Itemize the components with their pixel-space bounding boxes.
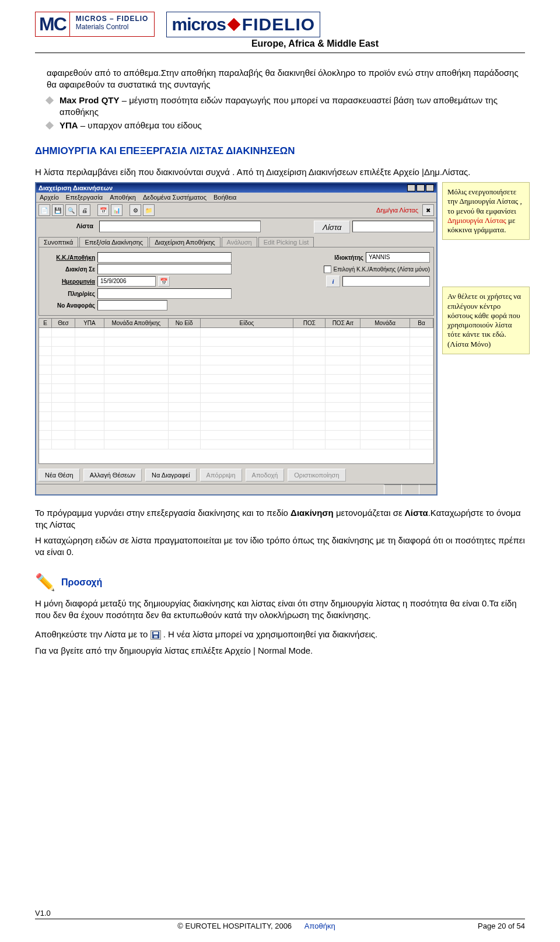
header-divider — [35, 53, 525, 53]
bullet-diamond-icon — [46, 121, 54, 130]
attention-p1: Η μόνη διαφορά μεταξύ της δημιουργίας δι… — [35, 598, 525, 620]
menu-file[interactable]: Αρχείο — [40, 194, 59, 201]
header-subtitle: Europe, Africa & Middle East — [198, 39, 432, 49]
tb-new-icon[interactable]: 📄 — [38, 204, 50, 216]
lista-input[interactable] — [99, 221, 261, 232]
mc-logo-mark: MC — [36, 12, 70, 36]
tb-save-icon[interactable]: 💾 — [52, 204, 64, 216]
date-label: Ημερομηνία — [43, 278, 95, 285]
owner-value: YANNIS — [366, 252, 430, 263]
callout-1: Μόλις ενεργοποιήσετε την Δημιουργία Λίστ… — [442, 182, 530, 240]
tb-preview-icon[interactable]: 🔍 — [65, 204, 77, 216]
tab-summary[interactable]: Συνοπτικά — [38, 237, 78, 247]
lista-select[interactable] — [352, 221, 434, 232]
gh-e: Ε — [39, 319, 52, 327]
create-list-link[interactable]: Δημ/για Λίστας — [376, 207, 418, 214]
tb-process-icon[interactable]: ⚙ — [130, 204, 141, 216]
delete-button[interactable]: Να Διαγραφεί — [145, 469, 197, 482]
close-icon[interactable] — [426, 184, 434, 191]
gh-qtyreq: ΠΟΣ Αιτ — [326, 319, 360, 327]
app-window: Διαχείριση Διακινήσεων Αρχείο Επεξεργασί… — [35, 182, 438, 496]
bullet-1: Max Prod QTY – μέγιστη ποσότητα ειδών πα… — [60, 95, 525, 117]
gh-qty: ΠΟΣ — [293, 319, 326, 327]
page-footer: V1.0 © EUROTEL HOSPITALITY, 2006 Αποθήκη… — [35, 909, 525, 930]
change-pos-button[interactable]: Αλλαγή Θέσεων — [83, 469, 142, 482]
mc-logo: MC MICROS – FIDELIO Materials Control — [35, 12, 155, 37]
reject-button: Απόρριψη — [200, 469, 242, 482]
new-pos-button[interactable]: Νέα Θέση — [38, 469, 80, 482]
titlebar: Διαχείριση Διακινήσεων — [36, 183, 436, 193]
info-button[interactable]: i — [326, 275, 340, 287]
mf-micros: micros — [172, 15, 225, 34]
maximize-icon[interactable] — [416, 184, 425, 191]
items-grid[interactable]: Ε Θεσ ΥΠΑ Μονάδα Αποθήκης Νο Είδ Είδος Π… — [38, 318, 434, 464]
tab-transfer-edit[interactable]: Επεξ/σία Διακίνησης — [79, 237, 148, 247]
tb-open-icon[interactable]: 📁 — [143, 204, 155, 216]
gh-pos: Θεσ — [52, 319, 75, 327]
menu-system[interactable]: Δεδομένα Συστήματος — [143, 194, 206, 201]
footer-page: Page 20 of 54 — [478, 922, 525, 930]
date-input[interactable]: 15/9/2006 — [97, 276, 156, 287]
footer-section: Αποθήκη — [304, 922, 335, 930]
section-heading: ΔΗΜΙΟΥΡΓΙΑ ΚΑΙ ΕΠΕΞΕΡΓΑΣΙΑ ΛΙΣΤΑΣ ΔΙΑΚΙΝ… — [35, 145, 525, 157]
bullet-diamond-icon — [46, 96, 54, 104]
tab-analysis: Ανάλυση — [222, 237, 257, 247]
tab-picking: Edit Picking List — [258, 237, 314, 247]
mf-fidelio: FIDELIO — [242, 15, 315, 34]
info2-input[interactable] — [97, 288, 232, 299]
refno-input[interactable] — [97, 300, 167, 310]
transfer-to-input[interactable] — [97, 264, 232, 274]
transfer-to-label: Διακ/ση Σε — [43, 266, 95, 273]
footer-copyright: © EUROTEL HOSPITALITY, 2006 — [177, 922, 292, 930]
gh-ypa: ΥΠΑ — [75, 319, 104, 327]
section-intro: Η λίστα περιλαμβάνει είδη που διακινούντ… — [35, 166, 525, 178]
mc-logo-line2: Materials Control — [76, 23, 149, 31]
micros-fidelio-logo: micros FIDELIO — [166, 12, 320, 37]
menu-edit[interactable]: Επεξεργασία — [66, 194, 103, 201]
select-kk-checkbox[interactable] — [324, 266, 331, 273]
warning-pencil-icon: ✏️ — [35, 573, 55, 592]
tabs: Συνοπτικά Επεξ/σία Διακίνησης Διαχείριση… — [36, 237, 436, 247]
refno-label: Νο Αναφοράς — [43, 302, 95, 309]
finalize-button: Οριστικοποίηση — [288, 469, 345, 482]
attention-p2: Αποθηκεύστε την Λίστα με το . Η νέα λίστ… — [35, 629, 525, 640]
kk-store-label: Κ.Κ./Αποθήκη — [43, 254, 95, 261]
tb-cal-icon[interactable]: 📅 — [97, 204, 109, 216]
tab-body: Κ.Κ./Αποθήκη Ιδιοκτήτης YANNIS Διακ/ση Σ… — [38, 247, 434, 316]
menubar[interactable]: Αρχείο Επεξεργασία Αποθήκη Δεδομένα Συστ… — [36, 193, 436, 203]
grid-header: Ε Θεσ ΥΠΑ Μονάδα Αποθήκης Νο Είδ Είδος Π… — [39, 319, 433, 328]
attention-p3: Για να βγείτε από την δημιουργία λίστας … — [35, 645, 525, 657]
tab-store-mgmt[interactable]: Διαχείριση Αποθήκης — [149, 237, 220, 247]
svg-rect-2 — [154, 636, 158, 638]
lista-label: Λίστα — [38, 221, 97, 233]
gh-item: Είδος — [201, 319, 294, 327]
tb-print-icon[interactable]: 🖨 — [79, 204, 90, 216]
calendar-icon[interactable]: 📅 — [158, 276, 170, 287]
tb-chart-icon[interactable]: 📊 — [111, 204, 123, 216]
gh-ba: Βα — [410, 319, 433, 327]
accept-button: Αποδοχή — [246, 469, 285, 482]
intro-paragraph: αφαιρεθούν από το απόθεμα.Στην αποθήκη π… — [47, 67, 525, 90]
menu-store[interactable]: Αποθήκη — [110, 194, 136, 201]
mc-logo-line1: MICROS – FIDELIO — [76, 15, 149, 23]
minimize-icon[interactable] — [407, 184, 415, 191]
bullet-2: ΥΠΑ – υπαρχον απόθεμα του είδους — [60, 120, 525, 131]
info-input[interactable] — [342, 276, 430, 287]
lista-button[interactable]: Λίστα — [314, 221, 350, 233]
gh-storeunit: Μονάδα Αποθήκης — [104, 319, 169, 327]
svg-rect-1 — [153, 632, 158, 634]
menu-help[interactable]: Βοήθεια — [214, 194, 236, 201]
tb-exit-icon[interactable]: ✖ — [422, 204, 434, 216]
toolbar: 📄 💾 🔍 🖨 📅 📊 ⚙ 📁 Δημ/για Λίστας ✖ — [36, 203, 436, 218]
footer-version: V1.0 — [35, 909, 525, 917]
gh-unit: Μονάδα — [360, 319, 410, 327]
kk-store-input[interactable] — [97, 252, 232, 263]
window-title: Διαχείριση Διακινήσεων — [38, 184, 113, 191]
save-icon — [150, 630, 161, 640]
gh-itemno: Νο Είδ — [169, 319, 201, 327]
diamond-icon — [228, 18, 241, 32]
after-para-1: Το πρόγραμμα γυρνάει στην επεξεργασία δι… — [35, 507, 525, 530]
grid-body[interactable] — [39, 328, 433, 459]
info-label: Πληρ/ρίες — [43, 291, 95, 297]
select-kk-label: Επιλογή Κ.Κ./Αποθήκης (Λίστα μόνο) — [334, 266, 430, 273]
